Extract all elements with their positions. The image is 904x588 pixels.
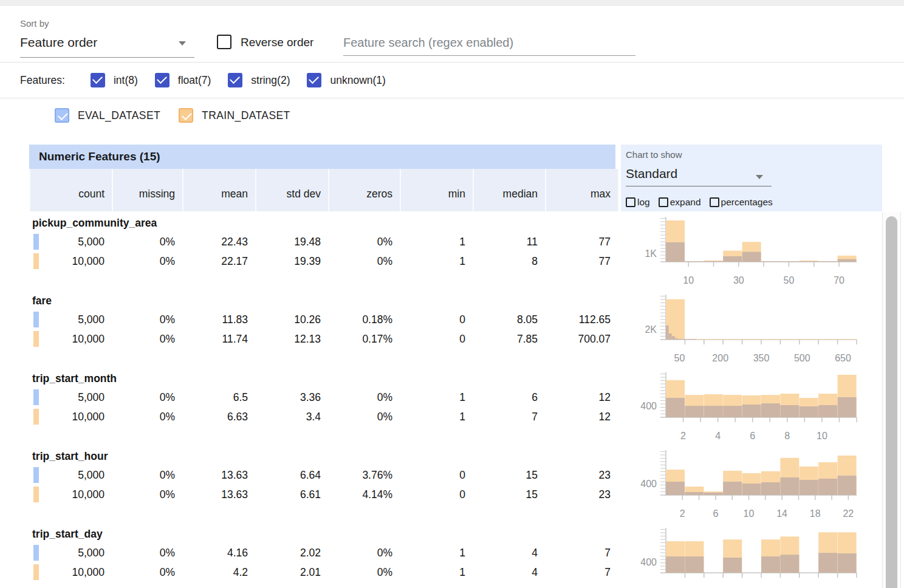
chart-to-show-caption: Chart to show (626, 149, 682, 160)
train-mean-value: 13.63 (182, 485, 248, 504)
eval-std-dev-value: 2.02 (255, 543, 321, 562)
percentages-checkbox[interactable] (710, 197, 719, 207)
log-checkbox[interactable] (626, 197, 635, 207)
eval-zeros-value: 0% (328, 543, 392, 562)
train-bar (742, 339, 761, 340)
column-header-mean: mean (183, 169, 256, 211)
train-count-value: 10,000 (29, 251, 104, 271)
eval-bar (675, 338, 678, 340)
column-header-min: min (401, 169, 474, 211)
train-median-value: 4 (473, 562, 538, 582)
eval-bar (723, 558, 742, 573)
expand-checkbox[interactable] (659, 197, 668, 207)
feature-name: trip_start_day (32, 525, 103, 543)
eval-bar (742, 405, 761, 417)
expand-label: expand (670, 197, 701, 208)
x-axis-label: 50 (674, 353, 685, 363)
filter-checkbox-float[interactable] (155, 73, 170, 87)
x-axis-label: 350 (753, 353, 770, 363)
eval-median-value: 6 (473, 388, 538, 407)
train-bar (818, 339, 837, 340)
eval-bar (818, 261, 837, 262)
x-axis-label: 10 (683, 275, 694, 285)
train-mean-value: 22.17 (182, 251, 248, 271)
x-axis-label: 200 (712, 353, 728, 363)
chart-controls-panel: Chart to show Standard logexpandpercenta… (621, 145, 882, 211)
reverse-order-checkbox[interactable] (217, 35, 231, 49)
eval-missing-value: 0% (112, 232, 175, 251)
y-axis-label: 400 (640, 401, 657, 411)
eval-bar (666, 326, 669, 340)
eval-count-value: 5,000 (29, 232, 104, 251)
eval-median-value: 4 (473, 543, 538, 562)
eval-bar (742, 252, 761, 262)
eval-missing-value: 0% (112, 543, 175, 562)
eval-max-value: 12 (545, 388, 611, 407)
feature-search-input[interactable] (343, 30, 635, 56)
feature-name: trip_start_month (32, 369, 117, 388)
filter-checkbox-string[interactable] (228, 73, 242, 87)
filter-checkbox-unknown[interactable] (307, 73, 321, 87)
x-axis-label: 14 (776, 508, 787, 519)
column-header-median: median (474, 169, 546, 211)
train-median-value: 15 (473, 485, 538, 504)
sort-by-underline (20, 57, 194, 58)
facets-overview-app: Sort by Feature order Reverse order Feat… (0, 0, 904, 588)
x-axis-label: 50 (784, 275, 795, 285)
eval-bar (780, 477, 799, 495)
eval-bar (818, 405, 837, 417)
log-label: log (637, 197, 650, 208)
eval-zeros-value: 0.18% (328, 310, 392, 329)
eval-bar (681, 339, 684, 340)
filter-label-int: int(8) (114, 74, 138, 87)
eval-bar (684, 339, 687, 340)
feature-block-trip_start_month: trip_start_month5,0000%6.53.360%161210,0… (29, 368, 618, 446)
column-header-zeros: zeros (329, 169, 401, 211)
train-min-value: 1 (400, 251, 465, 271)
divider (0, 62, 904, 63)
x-axis-label: 70 (834, 275, 844, 285)
train-max-value: 700.07 (545, 329, 611, 349)
eval-min-value: 1 (400, 543, 465, 562)
histogram-trip_start_day: 400 (620, 524, 884, 588)
train-std-dev-value: 2.01 (255, 562, 321, 582)
eval-max-value: 77 (545, 232, 611, 251)
train-count-value: 10,000 (29, 407, 104, 426)
scrollbar-thumb[interactable] (886, 216, 897, 588)
train-mean-value: 11.74 (182, 329, 248, 349)
feature-name: pickup_community_area (32, 214, 157, 232)
feature-block-trip_start_hour: trip_start_hour5,0000%13.636.643.76%0152… (29, 446, 618, 524)
histogram-fare: 502003505006502K (620, 290, 884, 368)
eval-mean-value: 6.5 (182, 388, 248, 407)
eval-max-value: 112.65 (545, 310, 611, 329)
eval-bar (669, 333, 672, 340)
eval-bar (693, 339, 696, 340)
numeric-features-title: Numeric Features (15) (39, 150, 160, 163)
eval-bar (761, 261, 780, 262)
filter-checkbox-int[interactable] (91, 73, 105, 87)
eval-bar (685, 261, 704, 262)
eval-bar (666, 398, 685, 417)
train-zeros-value: 0% (328, 251, 392, 271)
feature-block-fare: fare5,0000%11.8310.260.18%08.05112.6510,… (29, 290, 618, 368)
features-label: Features: (20, 74, 65, 87)
train-missing-value: 0% (112, 329, 175, 349)
eval-mean-value: 11.83 (182, 310, 248, 329)
x-axis-label: 650 (835, 353, 851, 363)
eval-dataset-checkbox[interactable] (55, 108, 69, 123)
train-dataset-checkbox[interactable] (179, 108, 193, 123)
dataset-label: TRAIN_DATASET (202, 109, 290, 122)
eval-bar (818, 553, 837, 573)
filter-label-float: float(7) (178, 74, 211, 87)
eval-median-value: 11 (473, 232, 538, 251)
eval-bar (687, 339, 690, 340)
train-missing-value: 0% (112, 251, 175, 271)
eval-std-dev-value: 6.64 (255, 465, 321, 485)
sort-by-dropdown[interactable]: Feature order (20, 35, 97, 50)
eval-std-dev-value: 3.36 (255, 388, 321, 407)
eval-bar (838, 476, 857, 495)
train-count-value: 10,000 (29, 329, 104, 349)
eval-bar (723, 256, 742, 262)
chart-type-dropdown[interactable]: Standard (626, 166, 677, 181)
eval-bar (690, 339, 693, 340)
